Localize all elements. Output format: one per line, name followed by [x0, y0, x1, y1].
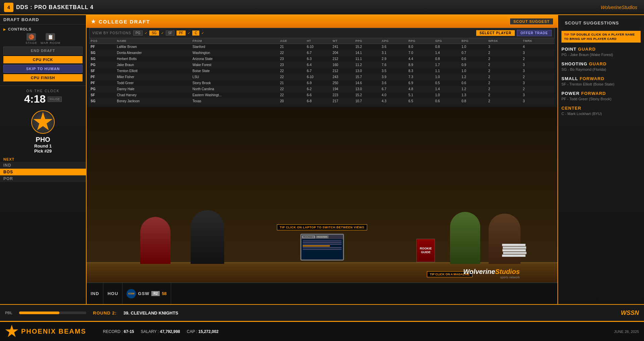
end-draft-button[interactable]: END DRAFT [3, 47, 83, 55]
bottom-logo: PHOENIX BEAMS [5, 325, 86, 338]
pos-sg-button[interactable]: SG [149, 31, 159, 36]
ticker-progress-fill [19, 311, 59, 314]
player-table: POS NAME FROM AGE HT WT PPG APG RPG SPG … [89, 38, 555, 104]
next-team-bos: BOS [0, 169, 86, 175]
team-abbreviation: PHO [2, 136, 84, 144]
sun-logo [33, 112, 53, 132]
pg-check-icon: ✓ [145, 31, 147, 35]
laptop-tabs: ROOKIES ROSTER [301, 235, 343, 239]
scout-center: CENTER C - Mark Lockhart (BYU) [561, 106, 641, 116]
laptop-tip: TIP CLICK ON LAPTOP TO SWITCH BETWEEN VI… [277, 224, 367, 230]
col-tmrk: TMRK [522, 38, 555, 44]
pf-check-icon: ✓ [188, 31, 190, 35]
center-player[interactable]: C - Mark Lockhart (BYU) [561, 112, 641, 116]
col-age: AGE [279, 38, 305, 44]
pause-button[interactable]: PAUSE [48, 97, 62, 102]
college-draft-header: ★ COLLEGE DRAFT SCOUT SUGGEST [87, 15, 557, 28]
ticker-progress-bar [19, 311, 86, 314]
record-stat: RECORD : 67-15 [103, 329, 134, 334]
center-label: CENTER [561, 106, 641, 111]
gsw-icon: GSW [127, 289, 136, 298]
controls-label: CONTROLS [8, 27, 32, 31]
next-pick-gsw: GSW GSW R2 58 [122, 283, 171, 304]
select-player-button[interactable]: SELECT PLAYER [476, 30, 515, 36]
table-row[interactable]: SG Boney Jackson Texas 20 6-8 217 10.7 4… [89, 98, 555, 104]
col-rpg: RPG [407, 38, 434, 44]
laptop-screen[interactable]: ROOKIES ROSTER [300, 234, 344, 261]
war-room-label: WAR ROOM [41, 41, 60, 45]
position-filter: VIEW BY POSITIONS PG ✓ SG ✓ SF PF ✓ C ✓ … [89, 28, 555, 38]
filter-label: VIEW BY POSITIONS [92, 31, 131, 35]
pick-r2-badge: R2 [151, 291, 160, 296]
table-row[interactable]: SF Trenton Elliott Boise State 22 6-7 21… [89, 68, 555, 74]
table-row[interactable]: SF Chad Harvey Eastern Washingt... 22 6-… [89, 92, 555, 98]
pos-sf-button[interactable]: SF [166, 31, 175, 36]
controls-triangle: ▶ [3, 27, 6, 31]
table-row[interactable]: PF LaMar Brown Stanford 21 6-10 241 15.2… [89, 44, 555, 50]
top-bar: 4 DDS : PRO BASKETBALL 4 WolverineStudio… [0, 0, 644, 15]
brand-name: WolverineStudios [601, 5, 637, 10]
magazine[interactable]: ROOKIEGUIDE [416, 239, 435, 262]
cpu-finish-button[interactable]: CPU FINISH [3, 74, 83, 81]
ticker-round: ROUND 2: [93, 310, 117, 316]
war-room-icon: 📋 [46, 33, 55, 41]
stage-label: STAGE [26, 41, 37, 45]
next-pick-hou: HOU [103, 283, 122, 304]
clock-section: ON THE CLOCK 4:18 PAUSE [0, 86, 86, 109]
power-forward-player[interactable]: PF - Todd Greer (Stony Brook) [561, 97, 641, 101]
bottom-date: JUNE 28, 2025 [614, 330, 639, 334]
cpu-pick-button[interactable]: CPU PICK [3, 56, 83, 63]
draft-board-sidebar: DRAFT BOARD ▶ CONTROLS 🏀 STAGE 📋 WAR ROO… [0, 15, 87, 304]
scout-suggest-button[interactable]: SCOUT SUGGEST [510, 18, 553, 25]
col-spg: SPG [434, 38, 460, 44]
pos-c-button[interactable]: C [192, 31, 199, 36]
rookies-tab[interactable]: ROOKIES [302, 235, 315, 238]
offer-trade-button[interactable]: OFFER TRADE [517, 30, 552, 36]
col-pos: POS [89, 38, 115, 44]
bottom-team-name: PHOENIX BEAMS [21, 328, 86, 335]
point-guard-player[interactable]: PG - Jake Braun (Wake Forest) [561, 53, 641, 57]
col-name: NAME [115, 38, 191, 44]
draft-board-header: DRAFT BOARD [0, 15, 86, 24]
table-row[interactable]: PG Danny Hale North Carolina 22 6-2 194 … [89, 86, 555, 92]
table-row[interactable]: SG Donta Alexander Washington 22 6-7 204… [89, 50, 555, 56]
page-wrapper: 4 DDS : PRO BASKETBALL 4 WolverineStudio… [0, 0, 644, 341]
col-ht: HT [305, 38, 331, 44]
col-wrsk: WRSK [487, 38, 522, 44]
laptop-container[interactable]: ROOKIES ROSTER [300, 234, 344, 261]
col-apg: APG [380, 38, 407, 44]
papers-stack [502, 239, 527, 262]
pick-team-gsw: GSW [138, 291, 149, 296]
point-guard-label: POINT GUARD [561, 47, 641, 52]
col-bpg: BPG [460, 38, 487, 44]
c-check-icon: ✓ [201, 31, 204, 35]
table-row[interactable]: PG Jake Braun Wake Forest 23 6-4 160 11.… [89, 62, 555, 68]
small-forward-player[interactable]: SF - Trenton Elliott (Boise State) [561, 82, 641, 86]
scout-point-guard: POINT GUARD PG - Jake Braun (Wake Forest… [561, 47, 641, 57]
shooting-guard-player[interactable]: SG - Bo Raymond (Florida) [561, 67, 641, 71]
magazine-label: ROOKIEGUIDE [420, 247, 432, 254]
stage-icon-item: 🏀 STAGE [26, 33, 37, 45]
roster-tab[interactable]: ROSTER [316, 235, 328, 238]
scout-suggestions-header: SCOUT SUGGESTIONS [561, 18, 641, 27]
scout-shooting-guard: SHOOTING GUARD SG - Bo Raymond (Florida) [561, 61, 641, 71]
next-team-por: POR [0, 175, 86, 182]
wsn-brand: WolverineStudios sports network [463, 268, 520, 279]
table-row[interactable]: PF Todd Greer Stony Brook 21 6-9 250 14.… [89, 80, 555, 86]
laptop-content [301, 239, 343, 251]
content-area: DRAFT BOARD ▶ CONTROLS 🏀 STAGE 📋 WAR ROO… [0, 15, 644, 304]
pos-pg-button[interactable]: PG [133, 31, 143, 36]
team-round: Round 1 [2, 144, 84, 149]
center-content: ★ COLLEGE DRAFT SCOUT SUGGEST VIEW BY PO… [87, 15, 557, 304]
skip-to-human-button[interactable]: SKIP TO HUMAN [3, 65, 83, 73]
small-forward-label: SMALL FORWARD [561, 76, 641, 81]
team-logo [31, 110, 55, 134]
scene-area: ROOKIES ROSTER [87, 107, 557, 282]
pick-team-ind: IND [91, 291, 99, 296]
sg-check-icon: ✓ [161, 31, 164, 35]
pos-pf-button[interactable]: PF [177, 31, 186, 36]
table-row[interactable]: SG Herbert Botts Arizona State 23 6-3 21… [89, 56, 555, 62]
next-pick-ind: IND [87, 283, 103, 304]
table-row[interactable]: PF Mike Fisher LSU 22 6-10 243 15.7 3.9 … [89, 74, 555, 80]
ticker-pbl: PBL [5, 311, 12, 315]
